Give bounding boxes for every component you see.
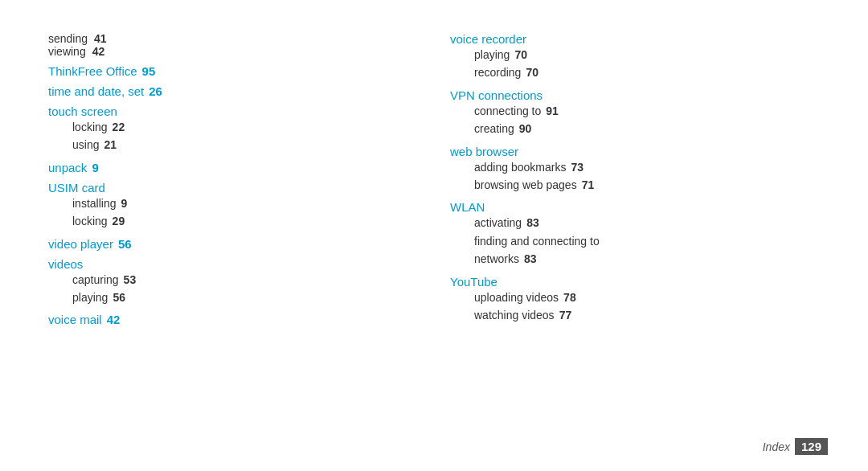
page-video-player: 56 (118, 237, 132, 251)
subitem-adding-bookmarks: adding bookmarks73 (474, 158, 820, 176)
entry-videos: videos capturing53 playing56 (48, 257, 418, 307)
entry-video-player: video player 56 (48, 237, 418, 251)
subitem-uploading-videos: uploading videos78 (474, 289, 820, 306)
subitem-creating: creating90 (474, 120, 820, 137)
subitem-locking-usim: locking29 (72, 212, 418, 230)
page-footer: Index 129 (763, 438, 828, 455)
entry-youtube: YouTube uploading videos78 watching vide… (450, 275, 820, 325)
page-unpack: 9 (92, 161, 98, 174)
page-thinkfree: 95 (142, 64, 156, 78)
right-column: voice recorder playing70 recording70 VPN… (434, 32, 820, 439)
heading-video-player: video player (48, 237, 113, 251)
entry-unpack: unpack 9 (48, 161, 418, 174)
entry-sending: sending 41 viewing 42 (48, 32, 418, 58)
entry-voice-mail: voice mail 42 (48, 313, 418, 326)
subitem-activating: activating83 (474, 214, 820, 231)
heading-voice-mail: voice mail (48, 313, 102, 326)
left-column: sending 41 viewing 42 ThinkFree Office 9… (48, 32, 434, 439)
entry-vpn: VPN connections connecting to91 creating… (450, 88, 820, 138)
subitem-browsing-web-pages: browsing web pages71 (474, 176, 820, 194)
page-voice-mail: 42 (107, 313, 121, 326)
heading-vpn: VPN connections (450, 88, 542, 102)
heading-wlan: WLAN (450, 200, 485, 214)
footer-number: 129 (795, 438, 828, 455)
heading-voice-recorder: voice recorder (450, 32, 526, 46)
entry-wlan: WLAN activating83 finding and connecting… (450, 200, 820, 268)
page-content: sending 41 viewing 42 ThinkFree Office 9… (0, 0, 868, 471)
subitem-installing: installing9 (72, 195, 418, 212)
heading-videos: videos (48, 257, 83, 271)
entry-time-date: time and date, set 26 (48, 84, 418, 98)
subitem-locking: locking22 (72, 118, 418, 136)
entry-voice-recorder: voice recorder playing70 recording70 (450, 32, 820, 82)
heading-thinkfree: ThinkFree Office (48, 64, 137, 78)
heading-youtube: YouTube (450, 275, 497, 289)
label-viewing: viewing (48, 45, 86, 58)
heading-time-date: time and date, set (48, 84, 144, 98)
subitem-capturing: capturing53 (72, 271, 418, 289)
subitem-finding-connecting: finding and connecting to (474, 232, 820, 250)
subitem-using: using21 (72, 136, 418, 154)
subitem-watching-videos: watching videos77 (474, 306, 820, 324)
footer-label: Index (763, 440, 790, 453)
entry-thinkfree: ThinkFree Office 95 (48, 64, 418, 78)
heading-web-browser: web browser (450, 145, 518, 158)
entry-usim: USIM card installing9 locking29 (48, 181, 418, 231)
entry-web-browser: web browser adding bookmarks73 browsing … (450, 145, 820, 195)
page-viewing: 42 (92, 45, 105, 58)
page-time-date: 26 (149, 84, 162, 98)
subitem-recording: recording70 (474, 63, 820, 81)
label-sending: sending (48, 32, 88, 45)
entry-touch-screen: touch screen locking22 using21 (48, 104, 418, 154)
subitem-playing-videos: playing56 (72, 289, 418, 306)
subitem-connecting-to: connecting to91 (474, 102, 820, 120)
subitem-networks: networks83 (474, 250, 820, 268)
heading-usim: USIM card (48, 181, 105, 195)
page-sending: 41 (94, 32, 107, 45)
subitem-playing-recorder: playing70 (474, 46, 820, 63)
heading-touch-screen: touch screen (48, 104, 117, 118)
heading-unpack: unpack (48, 161, 87, 174)
